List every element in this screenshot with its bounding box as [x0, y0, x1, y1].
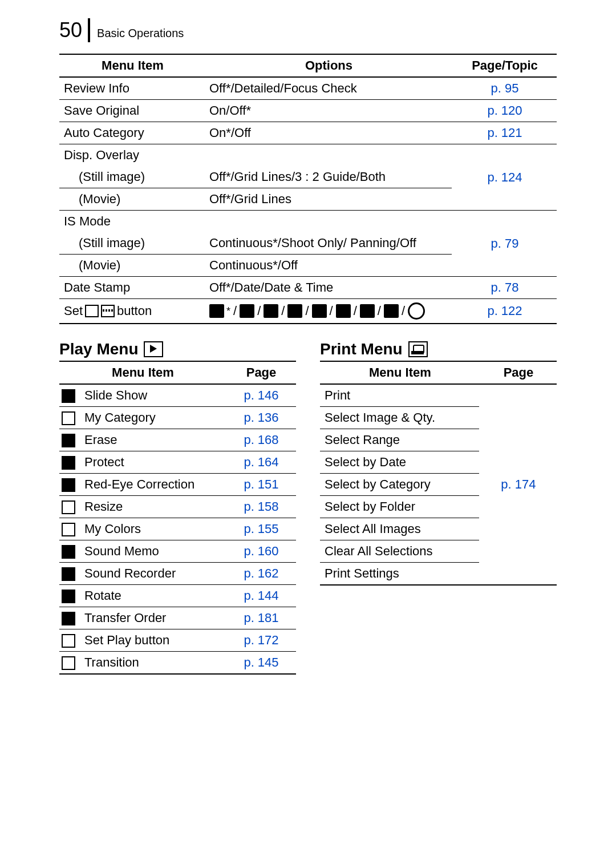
button-options-icons: */ / / / / / / /: [209, 302, 448, 320]
table-row: Protectp. 164: [59, 451, 296, 474]
slideshow-icon: [62, 389, 75, 403]
page-ref[interactable]: p. 158: [225, 496, 296, 518]
wave-icon: [101, 305, 115, 317]
col-menu-item: Menu Item: [320, 361, 479, 384]
menu-item-label: Select Image & Qty.: [320, 407, 479, 429]
table-row: Rotatep. 144: [59, 585, 296, 607]
table-row: Red-Eye Correctionp. 151: [59, 474, 296, 496]
table-row: Printp. 174: [320, 384, 557, 407]
category-icon: [62, 411, 75, 425]
set-label-prefix: Set: [64, 304, 83, 318]
soundrec-icon: [62, 567, 75, 581]
erase-icon: [62, 434, 75, 447]
resize-icon: [62, 500, 75, 514]
table-row: My Colorsp. 155: [59, 518, 296, 540]
menu-item-label: My Colors: [80, 518, 225, 540]
menu-item-label: Clear All Selections: [320, 540, 479, 563]
table-row: Sound Recorderp. 162: [59, 563, 296, 585]
page-ref[interactable]: p. 124: [452, 144, 557, 211]
table-row: Erasep. 168: [59, 429, 296, 451]
page-ref[interactable]: p. 162: [225, 563, 296, 585]
set-label-suffix: button: [117, 304, 152, 318]
menu-item-label: Protect: [80, 451, 225, 474]
play-menu-table: Menu Item Page Slide Showp. 146My Catego…: [59, 361, 296, 675]
redeye-icon: [62, 478, 75, 492]
table-row: Transfer Orderp. 181: [59, 607, 296, 629]
table-row: My Categoryp. 136: [59, 407, 296, 429]
soundmemo-icon: [62, 545, 75, 559]
page-ref[interactable]: p. 120: [452, 100, 557, 122]
page-ref[interactable]: p. 144: [225, 585, 296, 607]
col-page: Page: [479, 361, 557, 384]
options-cell: Off*/Detailed/Focus Check: [205, 77, 452, 100]
page-ref[interactable]: p. 181: [225, 607, 296, 629]
menu-item-label: Select All Images: [320, 518, 479, 540]
table-row: Set button */ / / / / / / /: [59, 299, 557, 324]
settings-table: Menu Item Options Page/Topic Review Info…: [59, 54, 557, 324]
page-ref[interactable]: p. 174: [479, 384, 557, 585]
menu-item-label: Slide Show: [80, 384, 225, 407]
option-icon: [264, 304, 278, 318]
page-ref[interactable]: p. 136: [225, 407, 296, 429]
option-icon: [209, 304, 224, 318]
table-row: Resizep. 158: [59, 496, 296, 518]
menu-item-label: Resize: [80, 496, 225, 518]
submenu-columns: Play Menu Menu Item Page Slide Showp. 14…: [59, 340, 557, 675]
option-icon: [360, 304, 375, 318]
page-ref[interactable]: p. 168: [225, 429, 296, 451]
page-ref[interactable]: p. 151: [225, 474, 296, 496]
print-icon: [408, 341, 428, 357]
col-menu-item: Menu Item: [59, 54, 205, 77]
section-name: Basic Operations: [96, 27, 184, 40]
menu-item-label: Rotate: [80, 585, 225, 607]
page-ref[interactable]: p. 145: [225, 652, 296, 675]
table-row: Transitionp. 145: [59, 652, 296, 675]
menu-item-label: Print: [320, 384, 479, 407]
col-menu-item: Menu Item: [59, 361, 225, 384]
page-ref[interactable]: p. 78: [452, 277, 557, 299]
menu-item-label: Transfer Order: [80, 607, 225, 629]
transfer-icon: [62, 612, 75, 625]
page-ref[interactable]: p. 155: [225, 518, 296, 540]
table-row: Date Stamp Off*/Date/Date & Time p. 78: [59, 277, 557, 299]
menu-item-label: Set Play button: [80, 629, 225, 652]
table-row: IS Mode p. 79: [59, 211, 557, 233]
table-row: Set Play buttonp. 172: [59, 629, 296, 652]
table-row: Auto Category On*/Off p. 121: [59, 122, 557, 144]
col-page: Page/Topic: [452, 54, 557, 77]
print-menu-table: Menu Item Page Printp. 174Select Image &…: [320, 361, 557, 586]
table-row: Slide Showp. 146: [59, 384, 296, 407]
page-ref[interactable]: p. 164: [225, 451, 296, 474]
page-header: 50 Basic Operations: [59, 18, 557, 42]
option-icon: [287, 304, 302, 318]
page-ref[interactable]: p. 146: [225, 384, 296, 407]
mycolors-icon: [62, 523, 75, 536]
rotate-icon: [62, 590, 75, 603]
option-icon: [336, 304, 351, 318]
menu-item-label: Select by Date: [320, 451, 479, 474]
option-icon: [408, 302, 425, 320]
page-number: 50: [59, 18, 90, 42]
playbtn-icon: [62, 634, 75, 648]
menu-item-label: Select by Folder: [320, 496, 479, 518]
page-ref[interactable]: p. 95: [452, 77, 557, 100]
col-page: Page: [225, 361, 296, 384]
page-ref[interactable]: p. 122: [452, 299, 557, 324]
play-icon: [144, 341, 163, 357]
menu-item-label: Select Range: [320, 429, 479, 451]
menu-item-label: Transition: [80, 652, 225, 675]
protect-icon: [62, 456, 75, 470]
menu-item-label: Sound Memo: [80, 540, 225, 563]
page-ref[interactable]: p. 121: [452, 122, 557, 144]
option-icon: [384, 304, 399, 318]
page-ref[interactable]: p. 160: [225, 540, 296, 563]
table-row: Sound Memop. 160: [59, 540, 296, 563]
menu-item-label: Print Settings: [320, 563, 479, 586]
page-ref[interactable]: p. 79: [452, 211, 557, 277]
play-menu-column: Play Menu Menu Item Page Slide Showp. 14…: [59, 340, 296, 675]
print-menu-column: Print Menu Menu Item Page Printp. 174Sel…: [320, 340, 557, 586]
manual-page: 50 Basic Operations Menu Item Options Pa…: [0, 0, 616, 868]
menu-item-label: Select by Category: [320, 474, 479, 496]
table-row: Review Info Off*/Detailed/Focus Check p.…: [59, 77, 557, 100]
page-ref[interactable]: p. 172: [225, 629, 296, 652]
